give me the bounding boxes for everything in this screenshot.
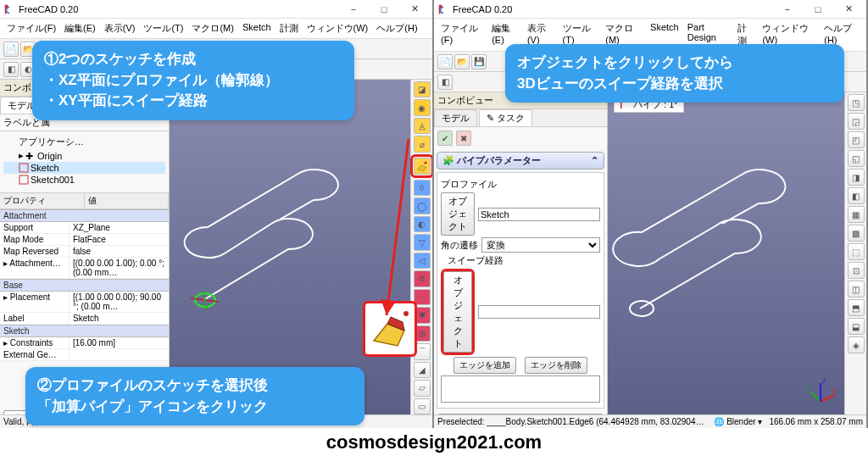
tab-model[interactable]: モデル [434, 109, 477, 126]
3d-viewport[interactable]: パイプ : 1* X Y Z [608, 92, 844, 428]
app-logo-icon [3, 3, 15, 15]
task-panel: コンボビュー モデル ✎ タスク ✔ ✖ 🧩 パイプパラメーター⌃ プロファイル… [434, 92, 608, 428]
menu-edit[interactable]: 編集(E) [61, 20, 99, 36]
close-button[interactable]: ✕ [834, 1, 863, 18]
new-icon[interactable]: 📄 [437, 54, 453, 70]
app-logo-icon [437, 3, 449, 15]
tool-icon[interactable]: ▦ [848, 206, 865, 223]
maximize-button[interactable]: □ [804, 1, 832, 18]
minimize-button[interactable]: − [773, 1, 802, 18]
origin-icon: ✚ [25, 151, 36, 161]
edge-add-button[interactable]: エッジを追加 [453, 357, 516, 374]
prop-row: Map Reversedfalse [0, 246, 169, 258]
pocket-icon[interactable]: ◊ [414, 180, 431, 196]
section-base: Base [0, 279, 169, 292]
sub-pipe-icon[interactable]: ◁ [414, 253, 431, 269]
tool-icon[interactable]: ▩ [848, 225, 865, 242]
nav-style[interactable]: 🌐 Blender ▾ [714, 417, 762, 426]
tool-icon[interactable]: ⬒ [848, 299, 865, 316]
prop-row: LabelSketch [0, 313, 169, 325]
tool-icon[interactable]: ◈ [848, 336, 865, 353]
tool-icon[interactable]: ⬚ [848, 243, 865, 260]
open-icon[interactable]: 📂 [454, 54, 470, 70]
path-object-input[interactable] [478, 305, 600, 319]
pad-icon[interactable]: ◪ [414, 81, 431, 97]
draft-icon[interactable]: ▱ [414, 380, 431, 396]
collapse-icon[interactable]: ⌃ [591, 155, 598, 166]
section-sketch: Sketch [0, 325, 169, 337]
menu-help[interactable]: ヘルプ(H) [373, 20, 420, 36]
helix-icon[interactable]: ⌀ [414, 136, 431, 152]
axis-gizmo-icon: X Y Z [804, 376, 837, 410]
groove-icon[interactable]: ◐ [414, 216, 431, 232]
tool-icon[interactable]: ⊡ [848, 262, 865, 279]
object-button-highlight: オブジェクト [441, 269, 475, 355]
hole-icon[interactable]: ◯ [414, 197, 431, 214]
model-tree[interactable]: アプリケーシ… ▸ ✚Origin Sketch Sketch001 [0, 131, 169, 192]
prop-col-value: 値 [85, 193, 170, 209]
corner-label: 角の遷移 [441, 239, 478, 252]
svg-rect-0 [19, 164, 28, 172]
tool-icon[interactable]: ◧ [848, 187, 865, 204]
menu-file[interactable]: ファイル(F) [3, 20, 59, 36]
menu-window[interactable]: ウィンドウ(W) [303, 20, 372, 36]
tool-icon[interactable]: ◨ [848, 169, 865, 186]
menu-file[interactable]: ファイル(F) [437, 20, 487, 49]
section-attachment: Attachment [0, 209, 169, 222]
sub-loft-icon[interactable]: ▽ [414, 234, 431, 250]
prop-row: SupportXZ_Plane [0, 222, 169, 234]
maximize-button[interactable]: □ [370, 1, 398, 18]
tool-icon[interactable]: ⬓ [848, 318, 865, 335]
tool-icon[interactable]: ◧ [3, 62, 19, 77]
statusbar: Preselected: ____Body.Sketch001.Edge6 (6… [434, 414, 866, 428]
tool-icon[interactable]: ◳ [848, 94, 865, 111]
profile-object-input[interactable] [478, 208, 600, 221]
tool-icon[interactable]: ◰ [848, 131, 865, 148]
prop-row: ▸ Placement[(1.00 0.00 0.00); 90.00 °; (… [0, 292, 169, 313]
tool-icon[interactable]: ◧ [437, 75, 453, 90]
path-object-button[interactable]: オブジェクト [443, 271, 472, 353]
revolve-icon[interactable]: ◉ [414, 99, 431, 115]
prop-row: ▸ Attachment…[(0.00 0.00 1.00); 0.00 °; … [0, 258, 169, 279]
titlebar: FreeCAD 0.20 − □ ✕ [0, 0, 432, 19]
ok-icon[interactable]: ✔ [437, 131, 453, 146]
menu-tools[interactable]: ツール(T) [140, 20, 186, 36]
prop-row: Map ModeFlatFace [0, 234, 169, 246]
tree-item-origin[interactable]: ▸ ✚Origin [3, 149, 165, 162]
close-button[interactable]: ✕ [400, 1, 429, 18]
menu-view[interactable]: 表示(V) [101, 20, 139, 36]
footer-credit: cosmosdesign2021.com [0, 428, 868, 456]
corner-select[interactable]: 変換 [481, 237, 600, 253]
chamfer-icon[interactable]: ◢ [414, 362, 431, 378]
minimize-button[interactable]: − [339, 1, 368, 18]
edges-list[interactable] [441, 375, 600, 403]
tree-item-sketch001[interactable]: Sketch001 [3, 174, 165, 186]
additive-pipe-icon[interactable] [414, 158, 431, 175]
menu-macro[interactable]: マクロ(M) [188, 20, 237, 36]
new-icon[interactable]: 📄 [3, 42, 19, 57]
tool-icon[interactable]: ◫ [848, 281, 865, 298]
profile-object-button[interactable]: オブジェクト [441, 192, 475, 236]
3d-viewport[interactable] [170, 80, 410, 416]
tab-task[interactable]: ✎ タスク [479, 109, 532, 126]
svg-text:Z: Z [822, 378, 826, 384]
mirror-icon[interactable]: ⧉ [414, 270, 431, 286]
tool-icon[interactable]: ◱ [848, 150, 865, 167]
sketch-geometry [608, 139, 837, 376]
menu-measure[interactable]: 計測 [276, 20, 302, 36]
pipe-params-header[interactable]: 🧩 パイプパラメーター⌃ [437, 152, 604, 170]
tree-item-sketch[interactable]: Sketch [3, 162, 165, 174]
cancel-icon[interactable]: ✖ [456, 131, 471, 146]
combo-view: コンボビュー モデル タスク ラベルと属 アプリケーシ… ▸ ✚Origin S… [0, 80, 170, 416]
prop-col-name: プロパティ [0, 193, 85, 209]
tool-icon[interactable]: ◲ [848, 113, 865, 130]
svg-line-9 [821, 395, 834, 402]
tree-app-row: アプリケーシ… [3, 135, 165, 149]
loft-icon[interactable]: ◬ [414, 118, 431, 134]
edge-remove-button[interactable]: エッジを削除 [525, 357, 587, 374]
save-icon[interactable]: 💾 [471, 54, 487, 70]
thickness-icon[interactable]: ▭ [414, 398, 431, 414]
menu-sketch[interactable]: Sketch [239, 20, 275, 36]
svg-rect-1 [19, 175, 28, 184]
right-toolbar: ◳ ◲ ◰ ◱ ◨ ◧ ▦ ▩ ⬚ ⊡ ◫ ⬒ ⬓ ◈ [844, 92, 866, 428]
